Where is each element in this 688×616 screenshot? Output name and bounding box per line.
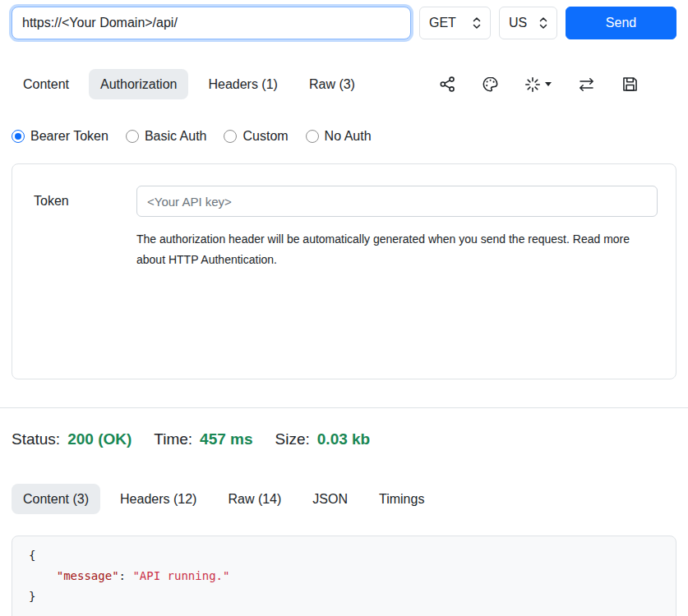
auth-option-label: Custom bbox=[242, 128, 288, 144]
time-value: 457 ms bbox=[200, 430, 252, 449]
request-bar: GET US Send bbox=[12, 7, 676, 39]
method-select[interactable]: GET bbox=[419, 7, 491, 39]
tab-content[interactable]: Content bbox=[12, 69, 81, 99]
section-divider bbox=[0, 407, 688, 408]
json-indent bbox=[29, 569, 57, 582]
token-help-text: The authorization header will be automat… bbox=[136, 229, 648, 270]
status-label: Status: bbox=[12, 430, 60, 449]
token-input[interactable] bbox=[136, 186, 658, 217]
auth-option-label: Basic Auth bbox=[145, 128, 207, 144]
magic-icon[interactable] bbox=[524, 76, 552, 93]
bearer-token-panel: Token The authorization header will be a… bbox=[12, 163, 676, 379]
region-select-value: US bbox=[509, 15, 527, 30]
json-separator: : bbox=[119, 569, 133, 582]
tab-headers[interactable]: Headers (1) bbox=[196, 69, 289, 99]
json-string-value: "API running." bbox=[132, 569, 229, 582]
swap-arrows-icon[interactable] bbox=[577, 76, 596, 93]
radio-selected-icon bbox=[12, 130, 25, 143]
tab-response-timings[interactable]: Timings bbox=[367, 484, 436, 514]
caret-down-icon bbox=[545, 82, 552, 86]
response-status-bar: Status: 200 (OK) Time: 457 ms Size: 0.03… bbox=[12, 430, 676, 449]
request-toolbar bbox=[439, 76, 639, 93]
share-icon[interactable] bbox=[439, 76, 456, 93]
tab-authorization[interactable]: Authorization bbox=[89, 69, 188, 99]
send-button[interactable]: Send bbox=[566, 7, 676, 39]
palette-icon[interactable] bbox=[482, 76, 499, 93]
updown-caret-icon bbox=[473, 16, 481, 30]
tab-response-raw[interactable]: Raw (14) bbox=[216, 484, 293, 514]
save-icon[interactable] bbox=[621, 76, 639, 93]
auth-option-label: No Auth bbox=[325, 128, 372, 144]
response-json: { "message": "API running." } bbox=[29, 545, 659, 607]
tab-raw[interactable]: Raw (3) bbox=[298, 69, 367, 99]
tab-response-content[interactable]: Content (3) bbox=[12, 484, 100, 514]
auth-option-no-auth[interactable]: No Auth bbox=[306, 128, 372, 144]
auth-option-label: Bearer Token bbox=[30, 128, 109, 144]
radio-icon bbox=[126, 130, 139, 143]
status-code-value: 200 (OK) bbox=[67, 430, 132, 449]
response-tabs: Content (3) Headers (12) Raw (14) JSON T… bbox=[12, 484, 676, 514]
response-body-panel: { "message": "API running." } bbox=[12, 536, 676, 616]
tab-response-json[interactable]: JSON bbox=[301, 484, 359, 514]
time-label: Time: bbox=[154, 430, 192, 449]
status-item: Time: 457 ms bbox=[154, 430, 252, 449]
tab-response-headers[interactable]: Headers (12) bbox=[109, 484, 208, 514]
radio-icon bbox=[306, 130, 319, 143]
auth-option-basic-auth[interactable]: Basic Auth bbox=[126, 128, 207, 144]
size-label: Size: bbox=[275, 430, 310, 449]
method-select-value: GET bbox=[429, 15, 456, 30]
auth-type-options: Bearer Token Basic Auth Custom No Auth bbox=[12, 128, 676, 144]
auth-option-bearer-token[interactable]: Bearer Token bbox=[12, 128, 109, 144]
status-item: Status: 200 (OK) bbox=[12, 430, 132, 449]
url-input[interactable] bbox=[12, 7, 411, 39]
status-item: Size: 0.03 kb bbox=[275, 430, 371, 449]
radio-icon bbox=[224, 130, 237, 143]
region-select[interactable]: US bbox=[499, 7, 557, 39]
json-open-brace: { bbox=[29, 549, 35, 562]
json-key: "message" bbox=[57, 569, 119, 582]
auth-option-custom[interactable]: Custom bbox=[224, 128, 288, 144]
request-tabs: Content Authorization Headers (1) Raw (3… bbox=[12, 69, 676, 99]
api-tester-page: GET US Send Content Authorization Header… bbox=[0, 0, 688, 616]
updown-caret-icon bbox=[539, 16, 547, 30]
token-label: Token bbox=[34, 186, 136, 270]
json-close-brace: } bbox=[29, 590, 35, 603]
size-value: 0.03 kb bbox=[317, 430, 370, 449]
